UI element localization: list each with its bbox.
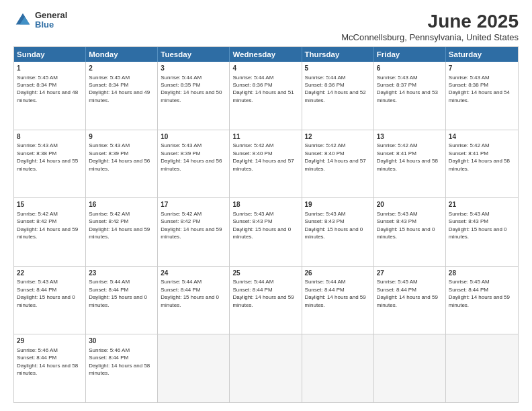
cell-daylight-info: Sunrise: 5:42 AM Sunset: 8:40 PM Dayligh… xyxy=(305,142,366,171)
subtitle: McConnellsburg, Pennsylvania, United Sta… xyxy=(341,32,519,42)
day-number: 10 xyxy=(161,132,226,142)
logo-blue-label: Blue xyxy=(35,20,67,30)
cal-header-day: Thursday xyxy=(302,47,374,62)
cell-daylight-info: Sunrise: 5:43 AM Sunset: 8:38 PM Dayligh… xyxy=(17,142,78,171)
cal-cell: 24Sunrise: 5:44 AM Sunset: 8:44 PM Dayli… xyxy=(158,267,230,334)
day-number: 13 xyxy=(377,132,443,142)
cal-cell: 8Sunrise: 5:43 AM Sunset: 8:38 PM Daylig… xyxy=(14,130,86,198)
cal-cell: 21Sunrise: 5:43 AM Sunset: 8:43 PM Dayli… xyxy=(446,198,518,266)
cal-cell: 19Sunrise: 5:43 AM Sunset: 8:43 PM Dayli… xyxy=(302,198,374,266)
cell-daylight-info: Sunrise: 5:44 AM Sunset: 8:35 PM Dayligh… xyxy=(161,75,222,103)
cal-cell: 29Sunrise: 5:46 AM Sunset: 8:44 PM Dayli… xyxy=(14,334,86,402)
logo-general-label: General xyxy=(35,11,67,20)
calendar-body: 1Sunrise: 5:45 AM Sunset: 8:34 PM Daylig… xyxy=(14,62,518,402)
cal-cell xyxy=(446,334,518,402)
logo-icon xyxy=(13,11,32,30)
day-number: 24 xyxy=(161,269,226,278)
header: General Blue June 2025 McConnellsburg, P… xyxy=(13,11,519,42)
day-number: 26 xyxy=(305,269,371,278)
cal-cell: 26Sunrise: 5:44 AM Sunset: 8:44 PM Dayli… xyxy=(302,267,374,334)
day-number: 19 xyxy=(305,200,371,210)
day-number: 30 xyxy=(89,336,154,346)
cell-daylight-info: Sunrise: 5:42 AM Sunset: 8:42 PM Dayligh… xyxy=(17,211,78,240)
cal-cell: 4Sunrise: 5:44 AM Sunset: 8:36 PM Daylig… xyxy=(230,62,302,130)
cal-cell: 18Sunrise: 5:43 AM Sunset: 8:43 PM Dayli… xyxy=(230,198,302,266)
cal-header-day: Sunday xyxy=(14,47,86,62)
title-block: June 2025 McConnellsburg, Pennsylvania, … xyxy=(341,11,519,42)
cal-cell: 23Sunrise: 5:44 AM Sunset: 8:44 PM Dayli… xyxy=(86,267,158,334)
cell-daylight-info: Sunrise: 5:43 AM Sunset: 8:43 PM Dayligh… xyxy=(449,211,507,240)
day-number: 20 xyxy=(377,200,443,210)
cal-cell xyxy=(230,334,302,402)
cell-daylight-info: Sunrise: 5:44 AM Sunset: 8:36 PM Dayligh… xyxy=(305,75,366,103)
cal-cell: 16Sunrise: 5:42 AM Sunset: 8:42 PM Dayli… xyxy=(86,198,158,266)
cell-daylight-info: Sunrise: 5:45 AM Sunset: 8:44 PM Dayligh… xyxy=(449,279,510,308)
cal-cell: 14Sunrise: 5:42 AM Sunset: 8:41 PM Dayli… xyxy=(446,130,518,198)
cell-daylight-info: Sunrise: 5:44 AM Sunset: 8:44 PM Dayligh… xyxy=(89,279,147,308)
day-number: 7 xyxy=(449,64,515,73)
day-number: 22 xyxy=(17,269,83,278)
day-number: 17 xyxy=(161,200,226,210)
cal-cell: 5Sunrise: 5:44 AM Sunset: 8:36 PM Daylig… xyxy=(302,62,374,130)
cal-week-row: 22Sunrise: 5:43 AM Sunset: 8:44 PM Dayli… xyxy=(14,266,518,334)
cell-daylight-info: Sunrise: 5:43 AM Sunset: 8:43 PM Dayligh… xyxy=(305,211,363,240)
cal-cell: 27Sunrise: 5:45 AM Sunset: 8:44 PM Dayli… xyxy=(374,267,446,334)
page: General Blue June 2025 McConnellsburg, P… xyxy=(0,0,532,411)
day-number: 9 xyxy=(89,132,154,142)
cell-daylight-info: Sunrise: 5:42 AM Sunset: 8:42 PM Dayligh… xyxy=(89,211,150,240)
day-number: 12 xyxy=(305,132,371,142)
cal-cell: 7Sunrise: 5:43 AM Sunset: 8:38 PM Daylig… xyxy=(446,62,518,130)
cal-cell: 2Sunrise: 5:45 AM Sunset: 8:34 PM Daylig… xyxy=(86,62,158,130)
cell-daylight-info: Sunrise: 5:42 AM Sunset: 8:42 PM Dayligh… xyxy=(161,211,222,240)
day-number: 29 xyxy=(17,336,83,346)
cal-header-day: Saturday xyxy=(446,47,518,62)
cal-cell: 28Sunrise: 5:45 AM Sunset: 8:44 PM Dayli… xyxy=(446,267,518,334)
cell-daylight-info: Sunrise: 5:46 AM Sunset: 8:44 PM Dayligh… xyxy=(17,347,78,376)
cal-cell: 3Sunrise: 5:44 AM Sunset: 8:35 PM Daylig… xyxy=(158,62,230,130)
cal-header-day: Tuesday xyxy=(158,47,230,62)
day-number: 2 xyxy=(89,64,154,73)
day-number: 21 xyxy=(449,200,515,210)
cell-daylight-info: Sunrise: 5:43 AM Sunset: 8:37 PM Dayligh… xyxy=(377,75,438,103)
cell-daylight-info: Sunrise: 5:43 AM Sunset: 8:38 PM Dayligh… xyxy=(449,75,510,103)
cell-daylight-info: Sunrise: 5:43 AM Sunset: 8:39 PM Dayligh… xyxy=(89,142,150,171)
cal-cell: 30Sunrise: 5:46 AM Sunset: 8:44 PM Dayli… xyxy=(86,334,158,402)
cal-cell: 10Sunrise: 5:43 AM Sunset: 8:39 PM Dayli… xyxy=(158,130,230,198)
cal-cell: 20Sunrise: 5:43 AM Sunset: 8:43 PM Dayli… xyxy=(374,198,446,266)
day-number: 3 xyxy=(161,64,226,73)
cell-daylight-info: Sunrise: 5:43 AM Sunset: 8:39 PM Dayligh… xyxy=(161,142,222,171)
day-number: 25 xyxy=(232,269,298,278)
calendar: SundayMondayTuesdayWednesdayThursdayFrid… xyxy=(13,46,519,403)
cal-week-row: 15Sunrise: 5:42 AM Sunset: 8:42 PM Dayli… xyxy=(14,197,518,266)
cell-daylight-info: Sunrise: 5:42 AM Sunset: 8:41 PM Dayligh… xyxy=(449,142,510,171)
calendar-header: SundayMondayTuesdayWednesdayThursdayFrid… xyxy=(14,47,518,62)
cell-daylight-info: Sunrise: 5:43 AM Sunset: 8:44 PM Dayligh… xyxy=(17,279,75,308)
day-number: 6 xyxy=(377,64,443,73)
day-number: 15 xyxy=(17,200,83,210)
day-number: 8 xyxy=(17,132,83,142)
day-number: 28 xyxy=(449,269,515,278)
cell-daylight-info: Sunrise: 5:42 AM Sunset: 8:41 PM Dayligh… xyxy=(377,142,438,171)
cal-cell: 22Sunrise: 5:43 AM Sunset: 8:44 PM Dayli… xyxy=(14,267,86,334)
cal-cell: 9Sunrise: 5:43 AM Sunset: 8:39 PM Daylig… xyxy=(86,130,158,198)
day-number: 11 xyxy=(232,132,298,142)
day-number: 1 xyxy=(17,64,83,73)
day-number: 14 xyxy=(449,132,515,142)
cell-daylight-info: Sunrise: 5:42 AM Sunset: 8:40 PM Dayligh… xyxy=(232,142,294,171)
cell-daylight-info: Sunrise: 5:45 AM Sunset: 8:34 PM Dayligh… xyxy=(89,75,150,103)
day-number: 16 xyxy=(89,200,154,210)
cal-cell xyxy=(302,334,374,402)
cal-cell: 6Sunrise: 5:43 AM Sunset: 8:37 PM Daylig… xyxy=(374,62,446,130)
logo: General Blue xyxy=(13,11,67,30)
cal-header-day: Wednesday xyxy=(230,47,302,62)
cell-daylight-info: Sunrise: 5:44 AM Sunset: 8:36 PM Dayligh… xyxy=(232,75,294,103)
cell-daylight-info: Sunrise: 5:46 AM Sunset: 8:44 PM Dayligh… xyxy=(89,347,150,376)
cell-daylight-info: Sunrise: 5:44 AM Sunset: 8:44 PM Dayligh… xyxy=(161,279,219,308)
logo-text: General Blue xyxy=(35,11,67,30)
day-number: 4 xyxy=(232,64,298,73)
cal-week-row: 8Sunrise: 5:43 AM Sunset: 8:38 PM Daylig… xyxy=(14,130,518,198)
day-number: 18 xyxy=(232,200,298,210)
cal-cell: 12Sunrise: 5:42 AM Sunset: 8:40 PM Dayli… xyxy=(302,130,374,198)
cal-cell: 13Sunrise: 5:42 AM Sunset: 8:41 PM Dayli… xyxy=(374,130,446,198)
cal-cell: 11Sunrise: 5:42 AM Sunset: 8:40 PM Dayli… xyxy=(230,130,302,198)
